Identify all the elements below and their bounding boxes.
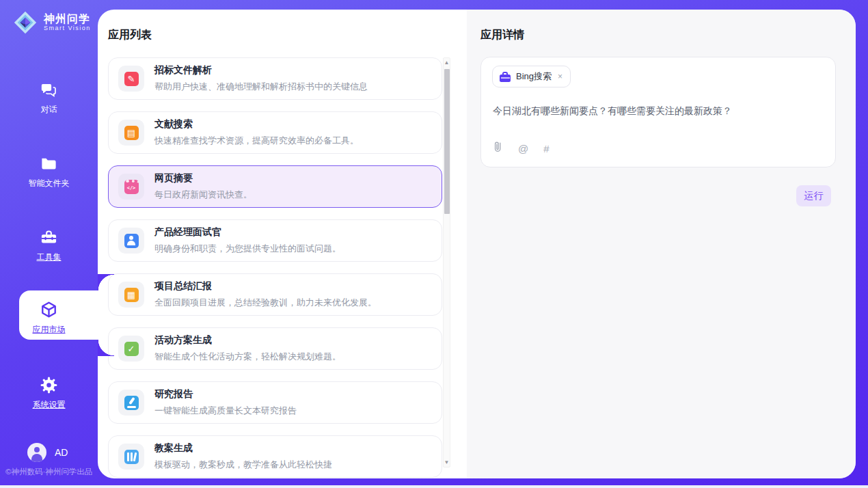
app-item-desc: 帮助用户快速、准确地理解和解析招标书中的关键信息 [154,81,368,93]
scrollbar-thumb[interactable] [444,69,450,214]
app-list-item[interactable]: ✎招标文件解析帮助用户快速、准确地理解和解析招标书中的关键信息 [108,57,442,100]
web-code-icon: </> [118,174,144,200]
scroll-down-icon[interactable]: ▼ [444,459,450,465]
query-card[interactable]: Bing搜索 × 今日湖北有哪些新闻要点？有哪些需要关注的最新政策？ @ # [480,57,836,167]
paperclip-icon[interactable] [493,141,503,156]
app-detail-panel: 应用详情 Bing搜索 × 今日湖北有哪些新闻要点？有哪些需要关注的最新政策？ … [467,10,856,478]
chip-close-icon[interactable]: × [557,72,563,81]
app-item-title: 教案生成 [154,442,332,455]
app-list-panel: 应用列表 ✎招标文件解析帮助用户快速、准确地理解和解析招标书中的关键信息▤文献搜… [98,10,467,478]
app-item-title: 网页摘要 [154,172,252,185]
person-doc-icon [118,228,144,254]
sidebar-item-label: 对话 [41,104,57,116]
bottom-strip [0,485,868,488]
toolbox-icon [40,228,58,247]
app-list-title: 应用列表 [108,28,152,42]
pill-flare-top [98,274,114,290]
clipboard-check-icon: ✓ [118,336,144,362]
brand-name: 神州问学 [44,14,91,25]
attach-row: @ # [493,141,550,156]
chat-icon [40,81,58,99]
book-icon: ▤ [118,120,144,146]
microscope-icon [118,390,144,416]
books-icon [118,444,144,470]
app-item-desc: 明确身份和职责，为您提供专业性的面试问题。 [154,243,341,255]
app-list-item[interactable]: ✓活动方案生成智能生成个性化活动方案，轻松解决规划难题。 [108,327,442,370]
app-list-item[interactable]: 教案生成模板驱动，教案秒成，教学准备从此轻松快捷 [108,435,442,478]
app-list-item[interactable]: 研究报告一键智能生成高质量长文本研究报告 [108,381,442,424]
app-list: ✎招标文件解析帮助用户快速、准确地理解和解析招标书中的关键信息▤文献搜索快速精准… [108,57,443,478]
tool-chip-bing-search[interactable]: Bing搜索 × [492,66,571,87]
app-item-desc: 快速精准查找学术资源，提高研究效率的必备工具。 [154,135,359,147]
app-item-desc: 每日政府新闻资讯快查。 [154,189,252,201]
gear-icon [40,376,58,394]
sidebar-item-4[interactable]: 应用市场 [0,292,98,344]
sidebar-item-label: 系统设置 [33,399,66,411]
app-list-item[interactable]: 产品经理面试官明确身份和职责，为您提供专业性的面试问题。 [108,219,442,262]
app-item-title: 招标文件解析 [154,64,368,77]
brand-subtitle: Smart Vision [44,25,91,31]
mention-at-icon[interactable]: @ [518,143,528,154]
briefcase-icon [500,72,511,82]
app-item-title: 文献搜索 [154,118,359,131]
folder-icon [40,154,58,173]
app-list-item[interactable]: ▤文献搜索快速精准查找学术资源，提高研究效率的必备工具。 [108,111,442,154]
tool-chip-label: Bing搜索 [516,70,552,83]
app-list-item[interactable]: </>网页摘要每日政府新闻资讯快查。 [108,165,442,208]
sidebar-item-label: 工具集 [37,252,62,263]
query-text[interactable]: 今日湖北有哪些新闻要点？有哪些需要关注的最新政策？ [493,104,821,118]
brand-logo-diamond-icon [12,10,38,36]
app-item-title: 产品经理面试官 [154,226,341,239]
main-card: 应用列表 ✎招标文件解析帮助用户快速、准确地理解和解析招标书中的关键信息▤文献搜… [98,10,856,478]
pill-flare-bottom [98,340,114,356]
scroll-up-icon[interactable]: ▲ [444,59,450,66]
user-avatar-icon[interactable] [27,443,46,462]
sidebar-footer: ©神州数码·神州问学出品 [5,467,92,477]
sidebar: 神州问学 Smart Vision 对话智能文件夹工具集应用市场系统设置 AD … [0,0,98,485]
app-shell: 神州问学 Smart Vision 对话智能文件夹工具集应用市场系统设置 AD … [0,0,868,485]
note-icon: ▦ [118,282,144,308]
brand: 神州问学 Smart Vision [12,10,91,36]
app-item-title: 活动方案生成 [154,334,341,347]
user-row[interactable]: AD [27,443,68,462]
app-item-desc: 智能生成个性化活动方案，轻松解决规划难题。 [154,351,341,363]
cube-icon [40,301,58,319]
app-list-item[interactable]: ▦项目总结汇报全面回顾项目进展，总结经验教训，助力未来优化发展。 [108,273,442,316]
sidebar-item-label: 应用市场 [33,324,66,336]
user-initials: AD [55,447,68,458]
hash-icon[interactable]: # [543,143,549,154]
run-button[interactable]: 运行 [796,185,831,206]
sidebar-item-label: 智能文件夹 [29,178,70,189]
app-item-desc: 一键智能生成高质量长文本研究报告 [154,405,297,417]
sidebar-item-2[interactable]: 智能文件夹 [0,146,98,198]
app-list-scrollbar[interactable]: ▲ ▼ [443,57,450,467]
app-detail-title: 应用详情 [480,28,524,42]
edit-doc-icon: ✎ [118,66,144,92]
app-item-title: 项目总结汇报 [154,280,377,293]
sidebar-item-5[interactable]: 系统设置 [0,367,98,419]
sidebar-item-3[interactable]: 工具集 [0,219,98,271]
app-item-desc: 模板驱动，教案秒成，教学准备从此轻松快捷 [154,459,332,471]
sidebar-item-1[interactable]: 对话 [0,72,98,124]
app-item-title: 研究报告 [154,388,297,401]
app-item-desc: 全面回顾项目进展，总结经验教训，助力未来优化发展。 [154,297,377,309]
